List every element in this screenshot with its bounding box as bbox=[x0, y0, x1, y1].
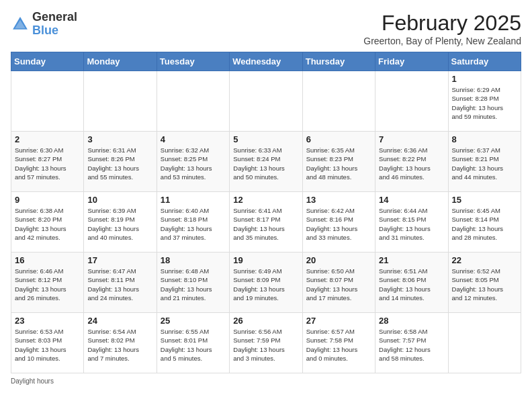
day-number: 15 bbox=[452, 195, 517, 205]
day-number: 8 bbox=[452, 134, 517, 144]
day-number: 3 bbox=[87, 134, 152, 144]
day-number: 12 bbox=[233, 195, 298, 205]
day-number: 18 bbox=[161, 255, 226, 265]
calendar-cell: 9Sunrise: 6:38 AM Sunset: 8:20 PM Daylig… bbox=[11, 192, 84, 253]
calendar-cell: 26Sunrise: 6:56 AM Sunset: 7:59 PM Dayli… bbox=[230, 313, 302, 373]
calendar-cell: 21Sunrise: 6:51 AM Sunset: 8:06 PM Dayli… bbox=[375, 253, 448, 313]
calendar-cell: 4Sunrise: 6:32 AM Sunset: 8:25 PM Daylig… bbox=[157, 132, 229, 192]
col-header-friday: Friday bbox=[375, 52, 448, 71]
logo-text: General Blue bbox=[32, 11, 77, 38]
calendar-cell: 3Sunrise: 6:31 AM Sunset: 8:26 PM Daylig… bbox=[84, 132, 157, 192]
calendar-cell: 12Sunrise: 6:41 AM Sunset: 8:17 PM Dayli… bbox=[230, 192, 302, 253]
logo-general: General bbox=[32, 10, 77, 24]
month-year-title: February 2025 bbox=[363, 11, 521, 36]
day-info: Sunrise: 6:51 AM Sunset: 8:06 PM Dayligh… bbox=[379, 267, 444, 302]
day-number: 1 bbox=[452, 74, 517, 84]
calendar-cell: 8Sunrise: 6:37 AM Sunset: 8:21 PM Daylig… bbox=[448, 132, 521, 192]
day-info: Sunrise: 6:47 AM Sunset: 8:11 PM Dayligh… bbox=[87, 267, 152, 302]
day-number: 10 bbox=[87, 195, 152, 205]
day-number: 24 bbox=[87, 316, 152, 326]
calendar-cell: 5Sunrise: 6:33 AM Sunset: 8:24 PM Daylig… bbox=[230, 132, 302, 192]
calendar-table: SundayMondayTuesdayWednesdayThursdayFrid… bbox=[11, 52, 521, 373]
day-info: Sunrise: 6:39 AM Sunset: 8:19 PM Dayligh… bbox=[87, 206, 152, 242]
page-header: General Blue February 2025 Greerton, Bay… bbox=[11, 11, 521, 46]
day-info: Sunrise: 6:37 AM Sunset: 8:21 PM Dayligh… bbox=[452, 146, 517, 181]
calendar-cell: 22Sunrise: 6:52 AM Sunset: 8:05 PM Dayli… bbox=[448, 253, 521, 313]
day-info: Sunrise: 6:57 AM Sunset: 7:58 PM Dayligh… bbox=[306, 327, 371, 363]
day-number: 2 bbox=[15, 134, 80, 144]
calendar-header-row: SundayMondayTuesdayWednesdayThursdayFrid… bbox=[11, 52, 521, 71]
calendar-cell bbox=[84, 71, 157, 132]
col-header-monday: Monday bbox=[84, 52, 157, 71]
calendar-cell: 20Sunrise: 6:50 AM Sunset: 8:07 PM Dayli… bbox=[302, 253, 375, 313]
calendar-week-row: 2Sunrise: 6:30 AM Sunset: 8:27 PM Daylig… bbox=[11, 132, 521, 192]
calendar-cell bbox=[157, 71, 229, 132]
calendar-week-row: 9Sunrise: 6:38 AM Sunset: 8:20 PM Daylig… bbox=[11, 192, 521, 253]
day-number: 14 bbox=[379, 195, 444, 205]
calendar-cell: 14Sunrise: 6:44 AM Sunset: 8:15 PM Dayli… bbox=[375, 192, 448, 253]
calendar-cell bbox=[448, 313, 521, 373]
col-header-saturday: Saturday bbox=[448, 52, 521, 71]
logo-icon bbox=[11, 15, 30, 34]
calendar-week-row: 23Sunrise: 6:53 AM Sunset: 8:03 PM Dayli… bbox=[11, 313, 521, 373]
day-info: Sunrise: 6:52 AM Sunset: 8:05 PM Dayligh… bbox=[452, 267, 517, 302]
day-number: 9 bbox=[15, 195, 80, 205]
day-info: Sunrise: 6:49 AM Sunset: 8:09 PM Dayligh… bbox=[233, 267, 298, 302]
logo-blue: Blue bbox=[32, 24, 58, 37]
calendar-cell: 18Sunrise: 6:48 AM Sunset: 8:10 PM Dayli… bbox=[157, 253, 229, 313]
calendar-cell: 2Sunrise: 6:30 AM Sunset: 8:27 PM Daylig… bbox=[11, 132, 84, 192]
calendar-cell: 28Sunrise: 6:58 AM Sunset: 7:57 PM Dayli… bbox=[375, 313, 448, 373]
calendar-cell: 25Sunrise: 6:55 AM Sunset: 8:01 PM Dayli… bbox=[157, 313, 229, 373]
calendar-cell bbox=[302, 71, 375, 132]
day-info: Sunrise: 6:54 AM Sunset: 8:02 PM Dayligh… bbox=[87, 327, 152, 363]
day-info: Sunrise: 6:48 AM Sunset: 8:10 PM Dayligh… bbox=[161, 267, 226, 302]
day-info: Sunrise: 6:53 AM Sunset: 8:03 PM Dayligh… bbox=[15, 327, 80, 363]
calendar-cell: 15Sunrise: 6:45 AM Sunset: 8:14 PM Dayli… bbox=[448, 192, 521, 253]
day-number: 11 bbox=[161, 195, 226, 205]
calendar-cell: 7Sunrise: 6:36 AM Sunset: 8:22 PM Daylig… bbox=[375, 132, 448, 192]
calendar-cell: 1Sunrise: 6:29 AM Sunset: 8:28 PM Daylig… bbox=[448, 71, 521, 132]
footer-text: Daylight hours bbox=[11, 377, 54, 385]
day-info: Sunrise: 6:35 AM Sunset: 8:23 PM Dayligh… bbox=[306, 146, 371, 181]
day-number: 28 bbox=[379, 316, 444, 326]
calendar-week-row: 1Sunrise: 6:29 AM Sunset: 8:28 PM Daylig… bbox=[11, 71, 521, 132]
day-info: Sunrise: 6:29 AM Sunset: 8:28 PM Dayligh… bbox=[452, 85, 517, 121]
col-header-wednesday: Wednesday bbox=[230, 52, 302, 71]
day-info: Sunrise: 6:50 AM Sunset: 8:07 PM Dayligh… bbox=[306, 267, 371, 302]
calendar-cell: 13Sunrise: 6:42 AM Sunset: 8:16 PM Dayli… bbox=[302, 192, 375, 253]
logo: General Blue bbox=[11, 11, 77, 38]
day-number: 6 bbox=[306, 134, 371, 144]
location-subtitle: Greerton, Bay of Plenty, New Zealand bbox=[363, 36, 521, 46]
day-number: 20 bbox=[306, 255, 371, 265]
day-info: Sunrise: 6:42 AM Sunset: 8:16 PM Dayligh… bbox=[306, 206, 371, 242]
day-info: Sunrise: 6:46 AM Sunset: 8:12 PM Dayligh… bbox=[15, 267, 80, 302]
day-info: Sunrise: 6:31 AM Sunset: 8:26 PM Dayligh… bbox=[87, 146, 152, 181]
col-header-sunday: Sunday bbox=[11, 52, 84, 71]
col-header-tuesday: Tuesday bbox=[157, 52, 229, 71]
day-number: 4 bbox=[161, 134, 226, 144]
day-info: Sunrise: 6:32 AM Sunset: 8:25 PM Dayligh… bbox=[161, 146, 226, 181]
day-info: Sunrise: 6:36 AM Sunset: 8:22 PM Dayligh… bbox=[379, 146, 444, 181]
day-number: 26 bbox=[233, 316, 298, 326]
title-block: February 2025 Greerton, Bay of Plenty, N… bbox=[363, 11, 521, 46]
calendar-cell: 10Sunrise: 6:39 AM Sunset: 8:19 PM Dayli… bbox=[84, 192, 157, 253]
day-info: Sunrise: 6:55 AM Sunset: 8:01 PM Dayligh… bbox=[161, 327, 226, 363]
calendar-cell: 16Sunrise: 6:46 AM Sunset: 8:12 PM Dayli… bbox=[11, 253, 84, 313]
col-header-thursday: Thursday bbox=[302, 52, 375, 71]
day-number: 25 bbox=[161, 316, 226, 326]
day-number: 17 bbox=[87, 255, 152, 265]
calendar-cell: 27Sunrise: 6:57 AM Sunset: 7:58 PM Dayli… bbox=[302, 313, 375, 373]
day-info: Sunrise: 6:38 AM Sunset: 8:20 PM Dayligh… bbox=[15, 206, 80, 242]
calendar-cell bbox=[375, 71, 448, 132]
calendar-cell: 6Sunrise: 6:35 AM Sunset: 8:23 PM Daylig… bbox=[302, 132, 375, 192]
day-info: Sunrise: 6:30 AM Sunset: 8:27 PM Dayligh… bbox=[15, 146, 80, 181]
day-number: 21 bbox=[379, 255, 444, 265]
day-number: 5 bbox=[233, 134, 298, 144]
day-number: 16 bbox=[15, 255, 80, 265]
calendar-cell bbox=[11, 71, 84, 132]
calendar-cell bbox=[230, 71, 302, 132]
day-info: Sunrise: 6:41 AM Sunset: 8:17 PM Dayligh… bbox=[233, 206, 298, 242]
day-number: 19 bbox=[233, 255, 298, 265]
day-info: Sunrise: 6:58 AM Sunset: 7:57 PM Dayligh… bbox=[379, 327, 444, 363]
day-number: 22 bbox=[452, 255, 517, 265]
